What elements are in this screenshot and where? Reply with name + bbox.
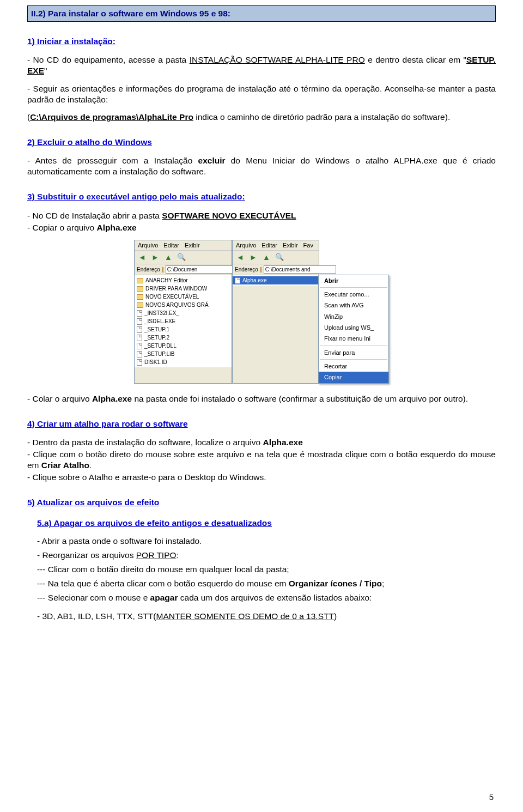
text: - No CD do equipamento, acesse a pasta <box>27 55 190 64</box>
text-underline: POR TIPO <box>136 550 177 560</box>
list-item[interactable]: _SETUP.1 <box>135 325 232 334</box>
step2-title: 2) Excluir o atalho do Windows <box>27 137 496 148</box>
list-item[interactable]: ANARCHY Editor <box>135 276 232 284</box>
context-menu-item[interactable]: Scan with AVG <box>319 300 388 311</box>
context-menu-item[interactable]: Fixar no menu Ini <box>319 333 388 344</box>
step1-line1: - No CD do equipamento, acesse a pasta I… <box>27 54 496 76</box>
back-icon[interactable]: ◄ <box>138 253 147 262</box>
text-underline: INSTALAÇÃO SOFTWARE ALPHA-LITE PRO <box>190 55 365 64</box>
file-list-left: ANARCHY EditorDRIVER PARA WINDOWNOVO EXE… <box>135 275 232 367</box>
file-list-right: Alpha.exe <box>233 275 319 286</box>
text: --- Na tela que é aberta clicar com o bo… <box>37 579 289 588</box>
file-label: _INST32I.EX_ <box>144 310 179 317</box>
context-menu-item[interactable]: Executar como... <box>319 289 388 300</box>
text-bold-underline: C:\Arquivos de programas\AlphaLite Pro <box>30 112 193 122</box>
text: cada um dos arquivos de extensão listado… <box>178 593 372 602</box>
menu-editar[interactable]: Editar <box>262 241 277 249</box>
context-menu-item[interactable]: Copiar <box>319 372 388 383</box>
menu-exibir[interactable]: Exibir <box>283 241 298 249</box>
text-bold: Alpha.exe <box>92 394 132 403</box>
file-icon <box>137 343 142 349</box>
step1-line2: - Seguir as orientações e informações do… <box>27 83 496 105</box>
step5a-line5: --- Selecionar com o mouse e apagar cada… <box>37 592 496 603</box>
list-item[interactable]: _SETUP.LIB <box>135 350 232 358</box>
address-label: Endereço <box>137 266 160 273</box>
file-icon <box>137 326 142 333</box>
list-item[interactable]: _INST32I.EX_ <box>135 309 232 317</box>
step4-title: 4) Criar um atalho para rodar o software <box>27 419 496 429</box>
search-icon[interactable]: 🔍 <box>177 253 186 262</box>
separator <box>320 359 387 360</box>
file-label: _SETUP.2 <box>144 334 169 341</box>
address-input[interactable] <box>264 265 336 274</box>
text: e dentro desta clicar em " <box>365 55 466 64</box>
list-item[interactable]: _SETUP.DLL <box>135 342 232 350</box>
text-bold: Alpha.exe <box>263 438 303 447</box>
file-label: ANARCHY Editor <box>145 277 188 284</box>
step5a-line2: - Reorganizar os arquivos POR TIPO: <box>37 550 496 561</box>
file-icon <box>137 310 142 317</box>
context-menu-item[interactable]: Enviar para <box>319 347 388 358</box>
file-label: _SETUP.DLL <box>144 342 177 349</box>
folder-icon <box>260 267 262 272</box>
separator <box>320 346 387 346</box>
file-label: _SETUP.1 <box>144 326 169 333</box>
text: ; <box>382 579 384 588</box>
file-label: NOVOS ARQUIVOS GRÁ <box>145 301 209 308</box>
text-bold: Alpha.exe <box>97 223 137 232</box>
list-item[interactable]: Alpha.exe <box>233 276 319 284</box>
context-menu-item[interactable]: Abrir <box>319 275 388 286</box>
list-item[interactable]: NOVO EXECUTÁVEL <box>135 293 232 301</box>
file-icon <box>137 351 142 357</box>
text-bold: apagar <box>150 593 178 602</box>
toolbar: ◄ ► ▲ 🔍 <box>135 251 232 264</box>
text: - 3D, AB1, ILD, LSH, TTX, STT( <box>37 611 156 621</box>
text: ) <box>334 611 337 621</box>
file-icon <box>137 318 142 325</box>
list-item[interactable]: _ISDEL.EXE <box>135 317 232 325</box>
menu-arquivo[interactable]: Arquivo <box>138 241 158 249</box>
text: - Copiar o arquivo <box>27 223 97 232</box>
step5-title: 5) Atualizar os arquivos de efeito <box>27 497 496 508</box>
step4-line2: - Clique com o botão direto do mouse sob… <box>27 449 496 471</box>
context-menu-item[interactable]: WinZip <box>319 311 388 322</box>
page-number: 5 <box>489 792 494 803</box>
forward-icon[interactable]: ► <box>151 253 160 262</box>
list-item[interactable]: DRIVER PARA WINDOW <box>135 284 232 293</box>
file-label: _SETUP.LIB <box>144 350 174 357</box>
list-item[interactable]: NOVOS ARQUIVOS GRÁ <box>135 301 232 309</box>
up-icon[interactable]: ▲ <box>164 253 173 262</box>
context-menu: AbrirExecutar como...Scan with AVGWinZip… <box>318 275 389 384</box>
file-label: NOVO EXECUTÁVEL <box>145 293 199 300</box>
address-label: Endereço <box>235 266 258 273</box>
back-icon[interactable]: ◄ <box>236 253 245 262</box>
menu-exibir[interactable]: Exibir <box>185 241 200 249</box>
text: - No CD de Instalação abrir a pasta <box>27 211 162 220</box>
address-input[interactable] <box>166 265 238 274</box>
menu-editar[interactable]: Editar <box>163 241 179 249</box>
folder-icon <box>137 286 143 292</box>
step1-title: 1) Iniciar a instalação: <box>27 36 496 47</box>
forward-icon[interactable]: ► <box>249 253 258 262</box>
list-item[interactable]: DISK1.ID <box>135 358 232 366</box>
folder-icon <box>137 278 143 283</box>
addressbar: Endereço <box>135 264 232 275</box>
step3-title: 3) Substituir o executável antigo pelo m… <box>27 191 496 202</box>
context-menu-item[interactable]: Recortar <box>319 361 388 372</box>
folder-icon <box>137 302 143 308</box>
text: - Dentro da pasta de instalação do softw… <box>27 438 263 447</box>
up-icon[interactable]: ▲ <box>262 253 271 262</box>
file-label: DISK1.ID <box>144 359 167 366</box>
folder-icon <box>162 267 163 272</box>
list-item[interactable]: _SETUP.2 <box>135 334 232 342</box>
text: indica o caminho de diretório padrão par… <box>193 112 450 122</box>
context-menu-item[interactable]: Upload using WS_ <box>319 322 388 333</box>
menu-fav[interactable]: Fav <box>303 241 313 249</box>
step3-line2: - Copiar o arquivo Alpha.exe <box>27 222 496 233</box>
search-icon[interactable]: 🔍 <box>275 253 284 262</box>
menu-arquivo[interactable]: Arquivo <box>236 241 256 249</box>
text: . <box>89 460 92 470</box>
text-bold-underline: SOFTWARE NOVO EXECUTÁVEL <box>162 211 296 220</box>
step5a-line6: - 3D, AB1, ILD, LSH, TTX, STT(MANTER SOM… <box>37 611 496 622</box>
text: na pasta onde foi instalado o software (… <box>132 394 468 403</box>
